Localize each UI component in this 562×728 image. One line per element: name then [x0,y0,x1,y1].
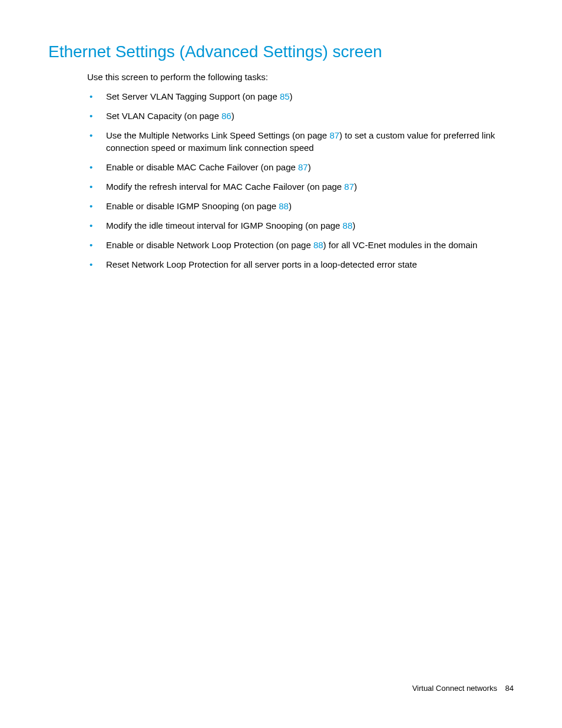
list-item-text: Reset Network Loop Protection for all se… [106,258,514,271]
item-text-pre: Set Server VLAN Tagging Support (on page [106,91,280,101]
bullet-icon: • [87,219,106,232]
item-text-post: ) [308,162,311,172]
page-reference-link[interactable]: 87 [298,162,308,172]
document-page: Ethernet Settings (Advanced Settings) sc… [0,0,562,271]
bullet-icon: • [87,258,106,271]
bullet-icon: • [87,90,106,103]
item-text-pre: Reset Network Loop Protection for all se… [106,259,417,269]
list-item: •Enable or disable IGMP Snooping (on pag… [87,200,514,212]
page-reference-link[interactable]: 88 [343,220,353,230]
bullet-icon: • [87,180,106,193]
bullet-icon: • [87,129,106,154]
list-item: •Reset Network Loop Protection for all s… [87,258,514,271]
item-text-pre: Modify the refresh interval for MAC Cach… [106,182,344,192]
item-text-pre: Enable or disable MAC Cache Failover (on… [106,162,298,172]
task-list: •Set Server VLAN Tagging Support (on pag… [87,90,514,271]
intro-text: Use this screen to perform the following… [87,72,514,82]
item-text-pre: Enable or disable IGMP Snooping (on page [106,201,279,211]
list-item: •Enable or disable Network Loop Protecti… [87,239,514,251]
bullet-icon: • [87,110,106,122]
list-item-text: Modify the idle timeout interval for IGM… [106,219,514,232]
page-reference-link[interactable]: 88 [313,240,323,250]
item-text-pre: Enable or disable Network Loop Protectio… [106,240,313,250]
page-title: Ethernet Settings (Advanced Settings) sc… [48,42,514,61]
list-item: •Set Server VLAN Tagging Support (on pag… [87,90,514,103]
item-text-pre: Set VLAN Capacity (on page [106,111,222,121]
item-text-post: ) for all VC-Enet modules in the domain [323,240,478,250]
list-item-text: Set Server VLAN Tagging Support (on page… [106,90,514,103]
page-reference-link[interactable]: 87 [344,182,354,192]
list-item: •Enable or disable MAC Cache Failover (o… [87,161,514,173]
bullet-icon: • [87,200,106,212]
page-footer: Virtual Connect networks 84 [412,684,514,693]
page-reference-link[interactable]: 85 [280,91,290,101]
item-text-post: ) [232,111,234,121]
bullet-icon: • [87,239,106,251]
list-item: •Use the Multiple Networks Link Speed Se… [87,129,514,154]
item-text-post: ) [354,182,357,192]
bullet-icon: • [87,161,106,173]
item-text-post: ) [352,220,355,230]
list-item-text: Enable or disable Network Loop Protectio… [106,239,514,251]
list-item-text: Modify the refresh interval for MAC Cach… [106,180,514,193]
list-item: •Modify the refresh interval for MAC Cac… [87,180,514,193]
item-text-pre: Modify the idle timeout interval for IGM… [106,220,343,230]
list-item-text: Enable or disable IGMP Snooping (on page… [106,200,514,212]
footer-page-number: 84 [505,684,514,693]
item-text-pre: Use the Multiple Networks Link Speed Set… [106,130,329,140]
list-item: •Set VLAN Capacity (on page 86) [87,110,514,122]
list-item-text: Use the Multiple Networks Link Speed Set… [106,129,514,154]
page-reference-link[interactable]: 87 [329,130,339,140]
list-item: •Modify the idle timeout interval for IG… [87,219,514,232]
list-item-text: Set VLAN Capacity (on page 86) [106,110,514,122]
footer-section-name: Virtual Connect networks [412,684,497,693]
page-reference-link[interactable]: 88 [279,201,289,211]
item-text-post: ) [289,201,292,211]
item-text-post: ) [290,91,293,101]
page-reference-link[interactable]: 86 [222,111,232,121]
list-item-text: Enable or disable MAC Cache Failover (on… [106,161,514,173]
